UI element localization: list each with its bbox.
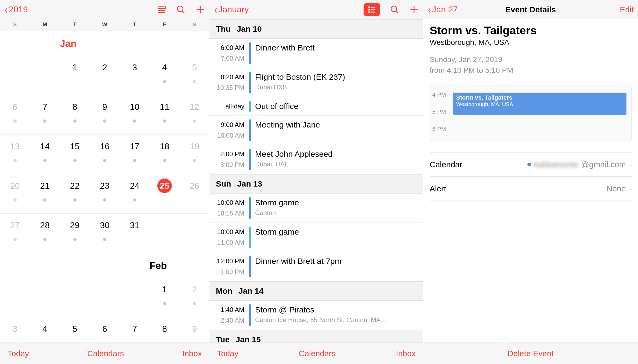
event-row[interactable]: 9:00 AM10:00 AMMeeting with Jane	[209, 116, 423, 145]
today-button[interactable]: Today	[217, 349, 238, 358]
day-cell[interactable]: 13	[0, 135, 30, 174]
delete-event-button[interactable]: Delete Event	[508, 349, 554, 358]
day-cell[interactable]: 23	[90, 174, 119, 213]
date-section-header: Mon Jan 14	[209, 281, 423, 301]
event-row[interactable]: 12:00 PM1:00 PMDinner with Brett at 7pm	[209, 252, 423, 281]
day-cell[interactable]: 17	[120, 135, 150, 174]
event-row[interactable]: 8:20 AM10:35 PMFlight to Boston (EK 237)…	[209, 68, 423, 97]
day-cell[interactable]: 2	[180, 278, 209, 317]
day-cell[interactable]: 18	[150, 135, 179, 174]
month-label[interactable]: Feb	[0, 253, 209, 278]
day-number: 1	[68, 60, 82, 75]
back-to-month-button[interactable]: ‹ January	[214, 4, 249, 16]
event-row[interactable]: 2:00 PM3:00 PMMeet John AppleseedDubai, …	[209, 145, 423, 174]
day-number: 13	[8, 139, 22, 154]
event-times: 6:00 AM7:00 AM	[209, 42, 249, 64]
day-cell[interactable]: 12	[180, 95, 209, 134]
event-row[interactable]: 10:00 AM10:15 AMStorm gameCanton	[209, 194, 423, 223]
day-number: 2	[187, 282, 202, 297]
day-cell[interactable]: 5	[60, 317, 90, 343]
inbox-button[interactable]: Inbox	[396, 349, 416, 358]
event-dot-icon	[103, 159, 106, 162]
day-cell[interactable]: 7	[120, 317, 150, 343]
day-cell[interactable]: 20	[0, 174, 30, 213]
calendar-color-bar	[249, 119, 251, 141]
timeline-preview[interactable]: 4 PM5 PM6 PMStorm vs. TailgatersWestboro…	[430, 84, 632, 142]
day-cell[interactable]: 6	[0, 95, 30, 134]
day-cell[interactable]: 19	[180, 135, 209, 174]
day-cell[interactable]: 21	[30, 174, 60, 213]
detail-navbar: ‹ Jan 27 Event Details Edit	[423, 0, 638, 19]
event-subtitle: Canton	[255, 208, 421, 218]
search-icon[interactable]	[390, 5, 400, 14]
edit-button[interactable]: Edit	[620, 5, 634, 14]
event-times: 8:20 AM10:35 PM	[209, 72, 249, 93]
svg-point-13	[391, 6, 397, 12]
day-cell[interactable]: 5	[180, 56, 209, 95]
day-cell[interactable]: 2	[90, 56, 119, 95]
day-cell[interactable]: 3	[0, 317, 30, 343]
alert-row[interactable]: Alert None ›	[430, 177, 632, 201]
back-to-year-button[interactable]: ‹ 2019	[4, 4, 28, 16]
day-number: 19	[187, 139, 202, 154]
day-cell	[180, 214, 209, 253]
calendars-button[interactable]: Calendars	[299, 349, 336, 358]
day-cell[interactable]: 9	[180, 317, 209, 343]
view-mode-icon[interactable]	[157, 5, 166, 14]
list-view-icon[interactable]	[364, 3, 380, 16]
calendar-color-bar	[249, 304, 251, 326]
calendar-color-bar	[249, 101, 251, 112]
day-cell[interactable]: 1	[150, 278, 179, 317]
inbox-button[interactable]: Inbox	[182, 349, 202, 358]
day-cell[interactable]: 9	[90, 95, 119, 134]
day-cell[interactable]: 16	[90, 135, 119, 174]
day-cell[interactable]: 8	[150, 317, 179, 343]
day-cell[interactable]: 10	[120, 95, 150, 134]
day-cell[interactable]: 22	[60, 174, 90, 213]
timeline-event-block[interactable]: Storm vs. TailgatersWestborough, MA, USA	[453, 93, 626, 115]
add-event-icon[interactable]	[195, 5, 205, 14]
day-cell[interactable]: 6	[90, 317, 119, 343]
day-cell[interactable]: 29	[60, 214, 90, 253]
date-section-header: Thu Jan 10	[209, 19, 423, 39]
day-cell[interactable]: 4	[150, 56, 179, 95]
day-cell[interactable]: 11	[150, 95, 179, 134]
day-cell[interactable]: 24	[120, 174, 150, 213]
day-number: 12	[187, 100, 202, 114]
day-cell[interactable]: 1	[60, 56, 90, 95]
day-cell[interactable]: 26	[180, 174, 209, 213]
day-cell[interactable]: 27	[0, 214, 30, 253]
add-event-icon[interactable]	[409, 5, 419, 14]
event-dot-icon	[163, 159, 166, 162]
today-button[interactable]: Today	[8, 349, 29, 358]
day-cell[interactable]: 25	[150, 174, 179, 213]
day-cell[interactable]: 4	[30, 317, 60, 343]
day-cell[interactable]: 8	[60, 95, 90, 134]
list-navbar: ‹ January	[209, 0, 423, 19]
timeline-hour-label: 4 PM	[430, 91, 448, 98]
event-subtitle: Dubai DXB	[255, 82, 421, 92]
event-title: Meet John Appleseed	[255, 149, 421, 159]
day-cell[interactable]: 3	[120, 56, 150, 95]
day-number: 3	[8, 322, 22, 336]
day-number: 3	[127, 60, 142, 75]
day-number: 16	[97, 139, 112, 154]
day-cell[interactable]: 30	[90, 214, 119, 253]
calendars-button[interactable]: Calendars	[87, 349, 124, 358]
day-cell[interactable]: 31	[120, 214, 150, 253]
month-label[interactable]: Jan	[0, 31, 209, 56]
day-cell[interactable]: 15	[60, 135, 90, 174]
event-row[interactable]: all-dayOut of office	[209, 97, 423, 116]
event-times: 2:00 PM3:00 PM	[209, 149, 249, 170]
day-cell[interactable]: 7	[30, 95, 60, 134]
search-icon[interactable]	[176, 5, 186, 14]
event-row[interactable]: 10:00 AM11:00 AMStorm game	[209, 223, 423, 252]
date-section-header: Tue Jan 15	[209, 330, 423, 343]
event-row[interactable]: 6:00 AM7:00 AMDinner with Brett	[209, 39, 423, 68]
day-cell[interactable]: 14	[30, 135, 60, 174]
back-to-day-button[interactable]: ‹ Jan 27	[427, 4, 458, 16]
day-cell[interactable]: 28	[30, 214, 60, 253]
event-row[interactable]: 1:40 AM2:40 AMStorm @ PiratesCanton Ice …	[209, 301, 423, 330]
event-title: Out of office	[255, 101, 421, 112]
calendar-row[interactable]: Calendar kabbamonte@gmail.com ›	[430, 152, 632, 177]
